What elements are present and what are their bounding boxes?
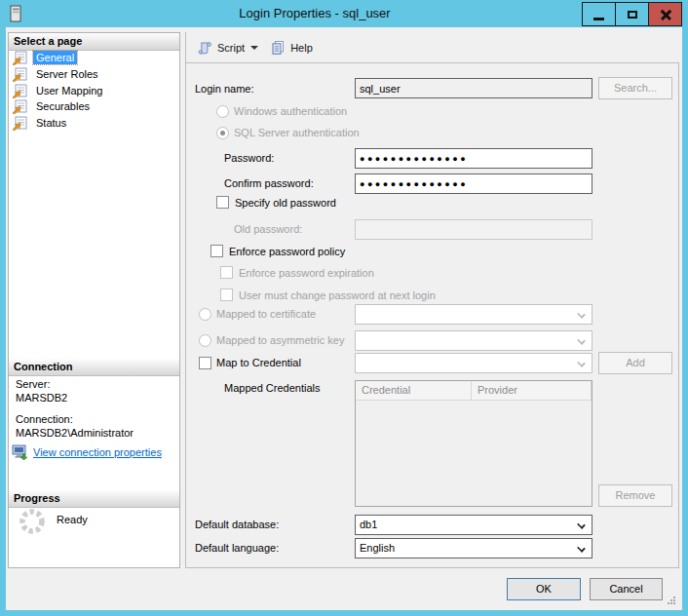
page-properties-icon [12, 51, 28, 65]
enforce-policy-label: Enforce password policy [229, 245, 345, 258]
window-title: Login Properties - sql_user [58, 0, 571, 27]
minimize-button[interactable] [582, 2, 616, 26]
cancel-button[interactable]: Cancel [590, 578, 663, 600]
password-input[interactable]: ●●●●●●●●●●●●●● [355, 148, 592, 169]
confirm-password-input[interactable]: ●●●●●●●●●●●●●● [355, 173, 592, 194]
specify-old-password-label: Specify old password [235, 196, 336, 210]
specify-old-password-checkbox[interactable] [216, 196, 229, 209]
maximize-icon [628, 11, 637, 19]
old-password-input[interactable] [355, 219, 592, 240]
enforce-expiration-label: Enforce password expiration [239, 266, 374, 280]
default-language-value: English [360, 542, 395, 554]
windows-auth-label: Windows authentication [234, 104, 347, 118]
old-password-label: Old password: [234, 222, 302, 236]
default-database-combo[interactable]: db1 [355, 515, 592, 535]
server-value: MARSDB2 [16, 392, 67, 404]
page-properties-icon [12, 99, 28, 114]
default-database-label: Default database: [195, 518, 279, 531]
must-change-password-checkbox[interactable] [220, 289, 233, 301]
asymmetric-key-combo[interactable] [355, 330, 592, 351]
server-label: Server: [16, 378, 50, 390]
progress-status: Ready [57, 514, 88, 525]
minimize-icon [593, 18, 604, 20]
sidebar-item-label: General [33, 51, 77, 64]
sidebar-item-label: Server Roles [33, 67, 101, 81]
confirm-password-label: Confirm password: [224, 176, 314, 190]
resize-grip[interactable] [666, 595, 676, 605]
view-connection-properties[interactable]: View connection properties [12, 444, 162, 460]
login-name-input[interactable] [355, 78, 592, 98]
credential-column-header[interactable]: Credential [356, 381, 472, 401]
chevron-down-icon [577, 310, 586, 319]
chevron-down-icon [577, 544, 586, 553]
credential-combo[interactable] [355, 353, 592, 373]
script-button[interactable]: Script [192, 37, 263, 58]
connection-header: Connection [9, 359, 179, 376]
script-label: Script [217, 42, 245, 54]
close-button[interactable] [648, 2, 682, 26]
chevron-down-icon [577, 520, 586, 529]
login-properties-window: Login Properties - sql_user Select a pag… [0, 0, 688, 616]
page-properties-icon [12, 116, 28, 131]
chevron-down-icon [250, 46, 258, 50]
sql-auth-label: SQL Server authentication [234, 126, 360, 139]
default-language-label: Default language: [195, 541, 279, 555]
sidebar-item-user-mapping[interactable]: User Mapping [12, 83, 105, 98]
toolbar: Script Help [185, 32, 679, 62]
mapped-credentials-label: Mapped Credentials [224, 381, 320, 395]
help-icon [270, 40, 286, 56]
server-icon [10, 5, 22, 22]
page-properties-icon [12, 67, 28, 82]
connection-label: Connection: [16, 413, 73, 425]
connection-properties-icon [12, 444, 28, 460]
provider-column-header[interactable]: Provider [472, 381, 592, 401]
password-label: Password: [224, 151, 274, 165]
login-name-label: Login name: [195, 82, 254, 96]
map-credential-label: Map to Credential [216, 356, 301, 369]
progress-spinner-icon [18, 507, 47, 536]
connection-value: MARSDB2\Administrator [16, 427, 134, 439]
remove-button[interactable]: Remove [598, 484, 672, 507]
search-button[interactable]: Search... [598, 77, 672, 99]
page-properties-icon [12, 84, 28, 98]
mapped-certificate-label: Mapped to certificate [216, 307, 316, 321]
help-button[interactable]: Help [265, 37, 318, 58]
sidebar-item-status[interactable]: Status [12, 115, 69, 131]
windows-auth-radio[interactable] [216, 105, 229, 118]
sidebar-item-securables[interactable]: Securables [12, 98, 93, 114]
add-button[interactable]: Add [598, 352, 672, 374]
mapped-asymmetric-radio[interactable] [199, 334, 211, 347]
chevron-down-icon [577, 359, 586, 367]
help-label: Help [290, 42, 313, 54]
sidebar-item-label: User Mapping [33, 84, 105, 97]
maximize-button[interactable] [615, 2, 649, 26]
progress-header: Progress [9, 490, 179, 508]
certificate-combo[interactable] [355, 304, 592, 325]
script-scroll-icon [197, 40, 212, 56]
select-a-page-header: Select a page [9, 33, 179, 51]
default-language-combo[interactable]: English [355, 538, 592, 558]
sidebar-item-server-roles[interactable]: Server Roles [12, 66, 101, 82]
sidebar-item-label: Securables [33, 99, 93, 113]
sidebar-item-general[interactable]: General [12, 50, 77, 65]
view-connection-properties-link[interactable]: View connection properties [33, 446, 162, 458]
mapped-asymmetric-label: Mapped to asymmetric key [216, 333, 344, 347]
must-change-password-label: User must change password at next login [239, 289, 436, 302]
sidebar-item-label: Status [33, 116, 69, 130]
enforce-policy-checkbox[interactable] [210, 245, 223, 257]
ok-button[interactable]: OK [507, 578, 581, 600]
mapped-certificate-radio[interactable] [199, 308, 211, 321]
default-database-value: db1 [360, 519, 377, 530]
titlebar[interactable]: Login Properties - sql_user [0, 0, 688, 27]
sql-auth-radio[interactable] [216, 127, 229, 139]
map-credential-checkbox[interactable] [199, 357, 211, 369]
enforce-expiration-checkbox[interactable] [220, 266, 233, 279]
chevron-down-icon [577, 336, 586, 345]
